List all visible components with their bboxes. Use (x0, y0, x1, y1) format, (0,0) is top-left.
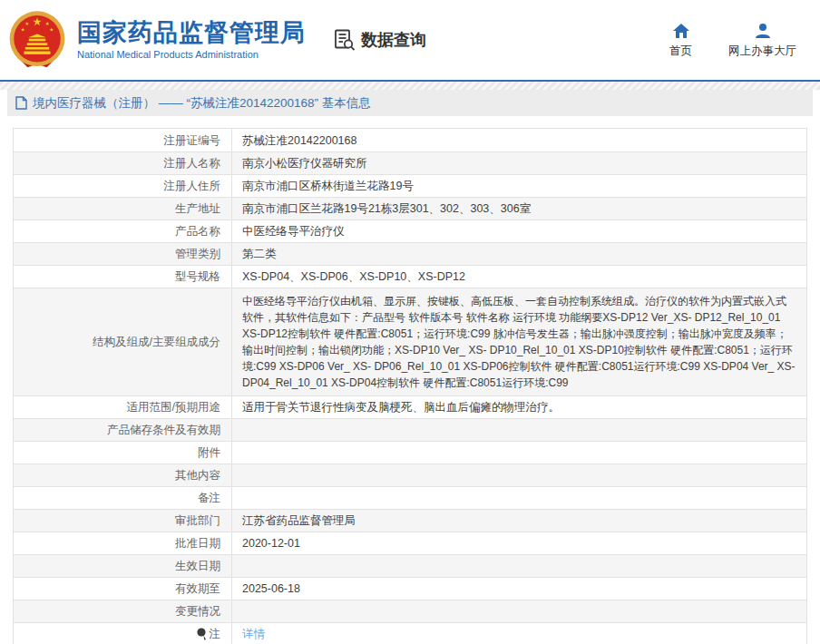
person-icon (754, 22, 772, 40)
row-label-text: 结构及组成/主要组成成分 (93, 334, 220, 350)
agency-titles: 国家药品监督管理局 National Medical Products Admi… (77, 20, 306, 61)
row-label-text: 注册人住所 (164, 178, 221, 194)
row-label-text: 注 (210, 626, 221, 642)
table-row: 生产地址南京市浦口区兰花路19号21栋3层301、302、303、306室 (14, 197, 806, 220)
row-value (232, 419, 806, 441)
breadcrumb-text: 境内医疗器械（注册） —— “苏械注准20142200168” 基本信息 (33, 95, 371, 112)
row-label-text: 审批部门 (175, 512, 220, 529)
row-value (232, 600, 806, 622)
nav-home[interactable]: 首页 (669, 22, 692, 59)
row-label-text: 生产地址 (175, 200, 220, 217)
agency-logo[interactable]: 国家药品监督管理局 National Medical Products Admi… (7, 10, 306, 70)
row-label-text: 批准日期 (175, 535, 220, 551)
row-label: 管理类别 (14, 243, 232, 265)
row-label: 附件 (14, 442, 232, 463)
row-label-text: 有效期至 (175, 581, 220, 597)
row-label: 产品储存条件及有效期 (14, 419, 232, 441)
row-label-text: 附件 (198, 444, 220, 461)
table-row: 审批部门江苏省药品监督管理局 (14, 509, 806, 532)
row-value: 南京市浦口区桥林街道兰花路19号 (232, 175, 806, 197)
site-header: 国家药品监督管理局 National Medical Products Admi… (0, 0, 820, 80)
row-label: 生产地址 (14, 198, 232, 220)
hatch-strip (0, 82, 820, 90)
nav-online-hall[interactable]: 网上办事大厅 (728, 22, 796, 59)
table-row: 其他内容 (14, 463, 806, 486)
row-value: 适用于骨关节退行性病变及脑梗死、脑出血后偏瘫的物理治疗。 (232, 396, 806, 418)
row-value: XS-DP04、XS-DP06、XS-DP10、XS-DP12 (232, 266, 806, 288)
table-row: 附件 (14, 441, 806, 463)
table-row: 管理类别第二类 (14, 242, 806, 265)
data-query-section[interactable]: 数据查询 (333, 28, 426, 52)
table-row: 结构及组成/主要组成成分中医经络导平治疗仪由机箱、显示屏、按键板、高低压板、一套… (14, 288, 806, 395)
row-value (232, 442, 806, 463)
document-search-icon (333, 28, 356, 52)
row-label: 注册证编号 (14, 129, 232, 151)
page: 国家药品监督管理局 National Medical Products Admi… (0, 0, 820, 644)
table-row: 适用范围/预期用途适用于骨关节退行性病变及脑梗死、脑出血后偏瘫的物理治疗。 (14, 395, 806, 418)
row-label: 变更情况 (14, 600, 232, 622)
row-value: 2025-06-18 (232, 578, 806, 600)
table-row: 有效期至2025-06-18 (14, 577, 806, 600)
note-pin-icon (197, 628, 207, 640)
row-label-text: 型号规格 (175, 268, 220, 285)
row-value (232, 464, 806, 486)
row-label-text: 备注 (198, 490, 220, 506)
row-value: 中医经络导平治疗仪由机箱、显示屏、按键板、高低压板、一套自动控制系统组成。治疗仪… (232, 288, 806, 395)
table-row: 生效日期 (14, 554, 806, 577)
row-label: 结构及组成/主要组成成分 (14, 288, 232, 395)
row-value: 中医经络导平治疗仪 (232, 220, 806, 242)
row-value: 苏械注准20142200168 (232, 129, 806, 151)
row-label-text: 产品储存条件及有效期 (107, 422, 220, 438)
agency-name-en: National Medical Products Administration (77, 49, 306, 60)
row-label: 产品名称 (14, 220, 232, 242)
row-value: 南京市浦口区兰花路19号21栋3层301、302、303、306室 (232, 198, 806, 220)
row-value: 2020-12-01 (232, 532, 806, 554)
nav-home-label: 首页 (669, 44, 692, 59)
row-label-text: 注册证编号 (164, 132, 221, 149)
row-label: 有效期至 (14, 578, 232, 600)
row-label: 备注 (14, 487, 232, 509)
table-row: 注册证编号苏械注准20142200168 (14, 129, 806, 151)
row-label-text: 适用范围/预期用途 (127, 399, 220, 415)
registration-info-table: 注册证编号苏械注准20142200168注册人名称南京小松医疗仪器研究所注册人住… (13, 128, 807, 644)
table-row: 注册人名称南京小松医疗仪器研究所 (14, 151, 806, 174)
row-value: 江苏省药品监督管理局 (232, 510, 806, 532)
nav-hall-label: 网上办事大厅 (728, 44, 796, 59)
row-label-text: 注册人名称 (164, 155, 221, 171)
row-label-text: 产品名称 (175, 223, 220, 239)
row-label: 注 (14, 623, 232, 644)
row-value: 详情 (232, 623, 806, 644)
table-row: 批准日期2020-12-01 (14, 532, 806, 554)
row-label-text: 其他内容 (175, 467, 220, 483)
page-icon (15, 96, 27, 110)
row-value: 南京小松医疗仪器研究所 (232, 152, 806, 174)
row-label: 适用范围/预期用途 (14, 396, 232, 418)
table-row: 产品名称中医经络导平治疗仪 (14, 220, 806, 242)
row-label-text: 变更情况 (175, 603, 220, 620)
table-row: 注详情 (14, 622, 806, 644)
home-icon (672, 22, 690, 40)
row-label: 注册人名称 (14, 152, 232, 174)
row-label: 注册人住所 (14, 175, 232, 197)
header-nav: 首页 网上办事大厅 (669, 22, 796, 59)
row-label: 审批部门 (14, 510, 232, 532)
breadcrumb: 境内医疗器械（注册） —— “苏械注准20142200168” 基本信息 (7, 90, 813, 116)
table-row: 备注 (14, 486, 806, 509)
details-link[interactable]: 详情 (242, 626, 265, 642)
row-value: 第二类 (232, 243, 806, 265)
row-label: 批准日期 (14, 532, 232, 554)
national-emblem-icon (7, 10, 67, 70)
row-label: 其他内容 (14, 464, 232, 486)
row-value (232, 487, 806, 509)
row-label-text: 生效日期 (175, 558, 220, 574)
data-query-label: 数据查询 (361, 29, 426, 51)
row-value (232, 555, 806, 577)
table-row: 注册人住所南京市浦口区桥林街道兰花路19号 (14, 174, 806, 197)
main-content: 注册证编号苏械注准20142200168注册人名称南京小松医疗仪器研究所注册人住… (0, 116, 820, 644)
row-label-text: 管理类别 (175, 246, 220, 262)
row-label: 生效日期 (14, 555, 232, 577)
table-row: 产品储存条件及有效期 (14, 418, 806, 441)
table-row: 型号规格XS-DP04、XS-DP06、XS-DP10、XS-DP12 (14, 265, 806, 288)
row-label: 型号规格 (14, 266, 232, 288)
table-row: 变更情况 (14, 600, 806, 622)
